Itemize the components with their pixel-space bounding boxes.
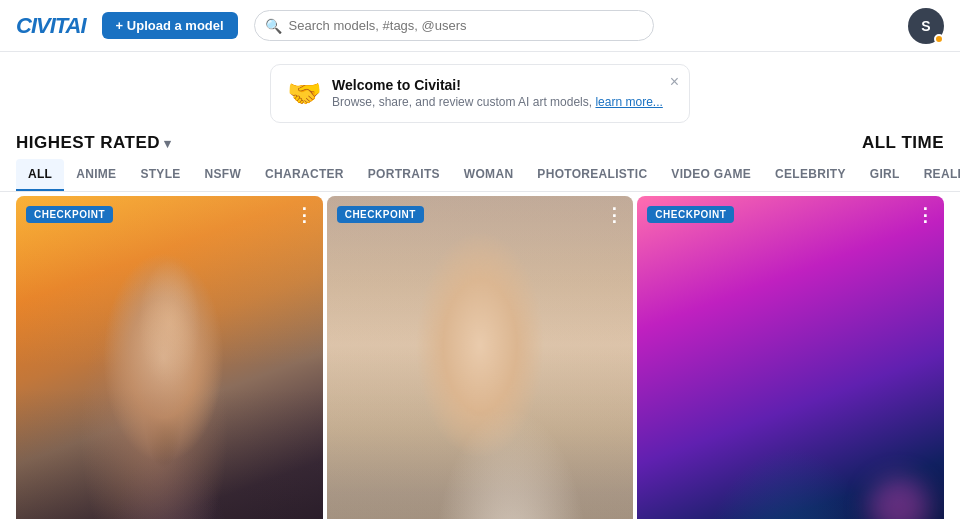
tab-portraits[interactable]: PORTRAITS [356,159,452,191]
banner-text: Welcome to Civitai! Browse, share, and r… [332,77,663,109]
banner-description: Browse, share, and review custom AI art … [332,95,663,109]
welcome-banner: 🤝 Welcome to Civitai! Browse, share, and… [270,64,690,123]
banner-close-button[interactable]: × [670,73,679,91]
logo-civit: CIVIT [16,13,66,38]
tab-nsfw[interactable]: NSFW [193,159,254,191]
user-avatar-wrap: S [908,8,944,44]
tab-anime[interactable]: ANIME [64,159,128,191]
card-badge: CHECKPOINT [337,206,424,223]
banner-emoji: 🤝 [287,77,322,110]
model-card[interactable]: CHECKPOINT ⋮ [16,196,323,519]
model-card[interactable]: CHECKPOINT ⋮ [327,196,634,519]
sort-label: HIGHEST RATED [16,133,160,153]
logo-ai: AI [66,13,86,38]
time-filter[interactable]: ALL TIME [862,133,944,153]
upload-model-button[interactable]: Upload a model [102,12,238,39]
sort-filter[interactable]: HIGHEST RATED ▾ [16,133,172,153]
banner-title: Welcome to Civitai! [332,77,663,93]
tab-celebrity[interactable]: CELEBRITY [763,159,858,191]
tab-style[interactable]: STYLE [128,159,192,191]
site-logo[interactable]: CIVITAI [16,13,86,39]
sort-chevron-icon: ▾ [164,136,172,151]
tab-all[interactable]: ALL [16,159,64,191]
category-tabs: ALLANIMESTYLENSFWCHARACTERPORTRAITSWOMAN… [0,159,960,192]
card-menu-button[interactable]: ⋮ [916,206,934,224]
model-card[interactable]: CHECKPOINT ⋮ [637,196,944,519]
banner-learn-more-link[interactable]: learn more... [595,95,662,109]
search-icon: 🔍 [265,18,282,34]
card-menu-button[interactable]: ⋮ [605,206,623,224]
search-container: 🔍 [254,10,654,41]
tab-video-game[interactable]: VIDEO GAME [659,159,763,191]
filters-bar: HIGHEST RATED ▾ ALL TIME [0,123,960,159]
tab-girl[interactable]: GIRL [858,159,912,191]
search-input[interactable] [254,10,654,41]
image-grid: CHECKPOINT ⋮ CHECKPOINT ⋮ CHECKPOINT ⋮ [0,192,960,519]
tab-photorealistic[interactable]: PHOTOREALISTIC [525,159,659,191]
card-badge: CHECKPOINT [26,206,113,223]
card-badge: CHECKPOINT [647,206,734,223]
tab-woman[interactable]: WOMAN [452,159,526,191]
notification-dot [934,34,944,44]
tab-character[interactable]: CHARACTER [253,159,356,191]
card-menu-button[interactable]: ⋮ [295,206,313,224]
tab-realistic[interactable]: REALISTIC [912,159,960,191]
header: CIVITAI Upload a model 🔍 S [0,0,960,52]
